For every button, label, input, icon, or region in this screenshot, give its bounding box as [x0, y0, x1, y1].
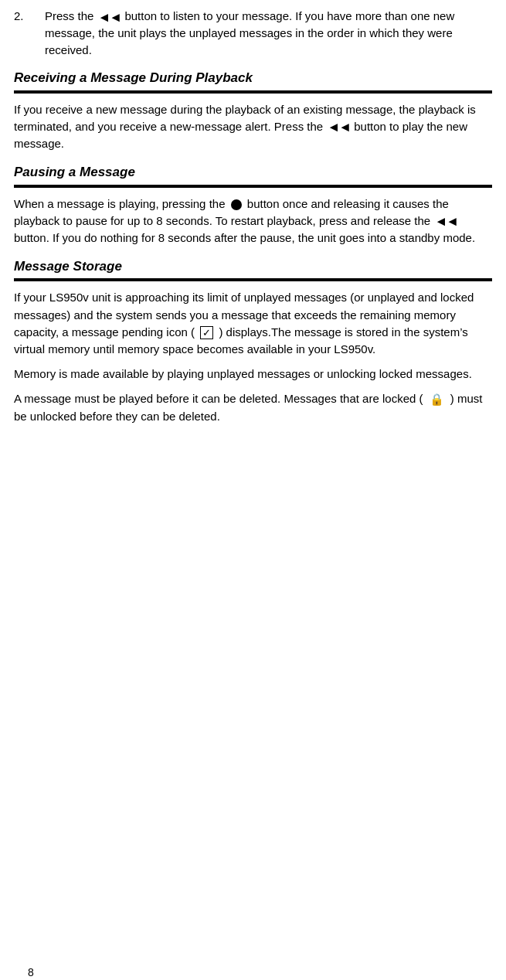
pausing-body-before: When a message is playing, pressing the — [14, 197, 225, 210]
section-receiving-heading: Receiving a Message During Playback — [14, 69, 492, 88]
page-number: 8 — [28, 965, 34, 980]
section-pausing-body: When a message is playing, pressing the … — [14, 196, 492, 247]
rewind-button-icon: ◄◄ — [98, 11, 121, 24]
section-pausing-heading: Pausing a Message — [14, 163, 492, 182]
section-storage-divider — [14, 278, 492, 281]
stop-button-icon — [229, 199, 243, 210]
step-2-row: 2. Press the ◄◄ button to listen to your… — [14, 8, 492, 58]
section-receiving-body: If you receive a new message during the … — [14, 101, 492, 152]
section-storage-para1: If your LS950v unit is approaching its l… — [14, 289, 492, 357]
storage-para3-before: A message must be played before it can b… — [14, 392, 423, 405]
step-2-number: 2. — [14, 8, 45, 25]
section-storage-para2: Memory is made available by playing unpl… — [14, 366, 492, 383]
rewind-button-icon-2: ◄◄ — [327, 121, 350, 134]
pausing-body-end: button. If you do nothing for 8 seconds … — [14, 231, 475, 244]
pending-message-icon: ✓ — [199, 326, 215, 340]
section-storage-para3: A message must be played before it can b… — [14, 390, 492, 425]
section-receiving-divider — [14, 90, 492, 94]
section-pausing-divider — [14, 185, 492, 188]
page-wrapper: 2. Press the ◄◄ button to listen to your… — [14, 8, 492, 980]
section-storage-heading: Message Storage — [14, 257, 492, 277]
rewind-button-icon-3: ◄◄ — [434, 215, 457, 228]
step-2-text: Press the ◄◄ button to listen to your me… — [45, 8, 492, 58]
step-2-press-text: Press the — [45, 9, 93, 22]
lock-icon: 🔒 — [427, 391, 447, 408]
